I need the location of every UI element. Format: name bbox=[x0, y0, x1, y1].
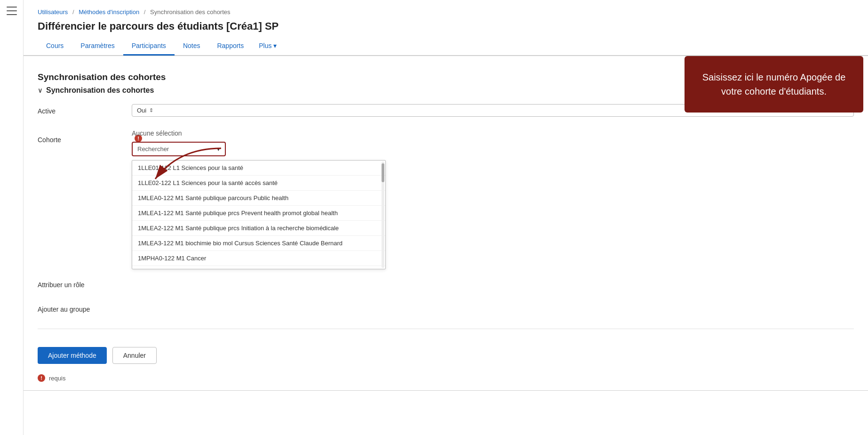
tab-more[interactable]: Plus ▾ bbox=[252, 37, 283, 56]
bottom-divider bbox=[24, 390, 868, 391]
breadcrumb-sync: Synchronisation des cohortes bbox=[150, 8, 231, 16]
breadcrumb: Utilisateurs / Méthodes d'inscription / … bbox=[24, 0, 868, 18]
requis-note: ! requis bbox=[38, 369, 854, 390]
list-item[interactable]: 1MPHB0-122 M1 Ingénierie de la santé bbox=[132, 266, 385, 269]
button-row: Ajouter méthode Annuler bbox=[38, 338, 854, 369]
list-item[interactable]: 1MLEA2-122 M1 Santé publique prcs Initia… bbox=[132, 221, 385, 236]
chevron-down-icon[interactable]: ∨ bbox=[38, 87, 42, 94]
list-item[interactable]: 1MLEA0-122 M1 Santé publique parcours Pu… bbox=[132, 191, 385, 206]
tab-participants[interactable]: Participants bbox=[123, 37, 175, 56]
list-item[interactable]: 1MLEA3-122 M1 biochimie bio mol Cursus S… bbox=[132, 236, 385, 251]
active-label: Active bbox=[38, 104, 132, 115]
scrollbar-thumb[interactable] bbox=[382, 163, 384, 182]
add-method-button[interactable]: Ajouter méthode bbox=[38, 347, 107, 364]
scrollbar[interactable] bbox=[382, 161, 384, 268]
select-arrow-icon: ⇕ bbox=[149, 107, 153, 113]
cohorte-label-area: Cohorte ! bbox=[38, 129, 132, 144]
list-item[interactable]: 1MLEA1-122 M1 Santé publique prcs Preven… bbox=[132, 206, 385, 221]
cohorte-label: Cohorte bbox=[38, 133, 132, 144]
tabs-bar: Cours Paramètres Participants Notes Rapp… bbox=[24, 37, 868, 56]
ajouter-groupe-row: Ajouter au groupe bbox=[38, 302, 854, 319]
callout-arrow bbox=[141, 144, 226, 187]
list-item[interactable]: 1MPHA0-122 M1 Cancer bbox=[132, 251, 385, 266]
aucune-selection-text: Aucune sélection bbox=[132, 129, 854, 137]
callout-box: Saisissez ici le numéro Apogée de votre … bbox=[685, 56, 863, 113]
chevron-down-icon: ▾ bbox=[273, 42, 277, 49]
page-title: Différencier le parcours des étudiants [… bbox=[24, 18, 868, 37]
cohorte-control: Aucune sélection Rechercher ▾ 1LLE01-122… bbox=[132, 129, 854, 269]
cancel-button[interactable]: Annuler bbox=[112, 347, 157, 364]
sidebar-toggle[interactable] bbox=[0, 0, 24, 435]
tab-parametres[interactable]: Paramètres bbox=[72, 37, 123, 56]
tab-notes[interactable]: Notes bbox=[175, 37, 209, 56]
tab-rapports[interactable]: Rapports bbox=[208, 37, 252, 56]
form-divider bbox=[38, 329, 854, 329]
ajouter-groupe-label: Ajouter au groupe bbox=[38, 302, 132, 313]
attribuer-role-label: Attribuer un rôle bbox=[38, 278, 132, 289]
required-dot-icon: ! bbox=[38, 374, 45, 382]
attribuer-role-row: Attribuer un rôle bbox=[38, 278, 854, 295]
menu-icon[interactable] bbox=[7, 7, 17, 15]
breadcrumb-methodes[interactable]: Méthodes d'inscription bbox=[79, 8, 139, 16]
tab-cours[interactable]: Cours bbox=[38, 37, 72, 56]
breadcrumb-utilisateurs[interactable]: Utilisateurs bbox=[38, 8, 68, 16]
